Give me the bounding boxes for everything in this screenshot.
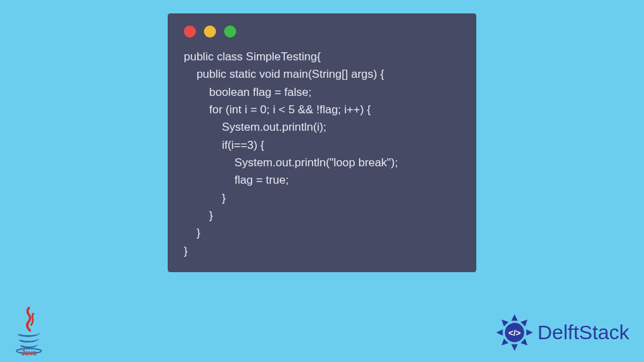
minimize-icon bbox=[204, 25, 216, 38]
delftstack-label: DelftStack bbox=[537, 321, 629, 344]
svg-text:</>: </> bbox=[508, 328, 521, 338]
svg-marker-1 bbox=[511, 314, 518, 321]
maximize-icon bbox=[224, 25, 236, 38]
svg-marker-3 bbox=[527, 329, 533, 336]
close-icon bbox=[184, 25, 196, 38]
svg-marker-7 bbox=[496, 329, 503, 336]
code-window: public class SimpleTesting{ public stati… bbox=[168, 13, 476, 272]
delftstack-icon: </> bbox=[493, 311, 536, 354]
java-logo: Java bbox=[11, 306, 47, 358]
svg-marker-2 bbox=[521, 317, 530, 326]
delftstack-logo: </> DelftStack bbox=[493, 311, 629, 354]
svg-marker-8 bbox=[500, 317, 509, 326]
svg-marker-5 bbox=[511, 345, 518, 351]
svg-marker-4 bbox=[521, 339, 530, 348]
window-titlebar bbox=[168, 13, 476, 42]
java-logo-label: Java bbox=[21, 349, 37, 355]
code-block: public class SimpleTesting{ public stati… bbox=[168, 42, 476, 260]
svg-marker-6 bbox=[500, 339, 509, 348]
